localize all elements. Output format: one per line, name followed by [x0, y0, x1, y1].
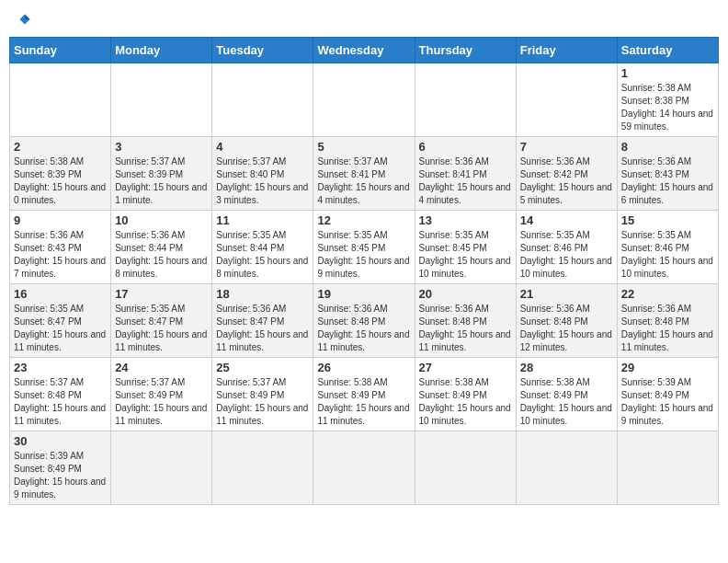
- day-number: 23: [14, 361, 107, 374]
- calendar-cell: 9Sunrise: 5:36 AM Sunset: 8:43 PM Daylig…: [10, 211, 111, 284]
- day-number: 24: [115, 361, 208, 374]
- calendar-cell: 16Sunrise: 5:35 AM Sunset: 8:47 PM Dayli…: [10, 284, 111, 358]
- calendar-cell: [415, 63, 516, 137]
- calendar-table: SundayMondayTuesdayWednesdayThursdayFrid…: [9, 37, 719, 505]
- day-info: Sunrise: 5:35 AM Sunset: 8:46 PM Dayligh…: [621, 229, 714, 281]
- day-number: 9: [14, 213, 107, 227]
- calendar-cell: 7Sunrise: 5:36 AM Sunset: 8:42 PM Daylig…: [516, 137, 617, 211]
- logo: [17, 13, 31, 26]
- day-info: Sunrise: 5:36 AM Sunset: 8:42 PM Dayligh…: [520, 155, 613, 207]
- calendar-cell: 5Sunrise: 5:37 AM Sunset: 8:41 PM Daylig…: [313, 137, 415, 211]
- day-number: 8: [621, 140, 714, 154]
- calendar-cell: 29Sunrise: 5:39 AM Sunset: 8:49 PM Dayli…: [617, 358, 718, 431]
- calendar-cell: 12Sunrise: 5:35 AM Sunset: 8:45 PM Dayli…: [313, 211, 415, 284]
- day-number: 3: [115, 140, 208, 154]
- day-number: 14: [520, 213, 613, 227]
- calendar-row: 9Sunrise: 5:36 AM Sunset: 8:43 PM Daylig…: [10, 211, 719, 284]
- day-number: 12: [317, 213, 410, 227]
- day-number: 10: [115, 213, 208, 227]
- calendar-cell: 15Sunrise: 5:35 AM Sunset: 8:46 PM Dayli…: [617, 211, 718, 284]
- day-info: Sunrise: 5:35 AM Sunset: 8:44 PM Dayligh…: [216, 229, 309, 281]
- calendar-row: 16Sunrise: 5:35 AM Sunset: 8:47 PM Dayli…: [10, 284, 719, 358]
- day-info: Sunrise: 5:35 AM Sunset: 8:45 PM Dayligh…: [419, 229, 512, 281]
- day-number: 20: [419, 287, 512, 301]
- calendar-row: 23Sunrise: 5:37 AM Sunset: 8:48 PM Dayli…: [10, 358, 719, 431]
- day-number: 4: [216, 140, 309, 154]
- calendar-cell: 28Sunrise: 5:38 AM Sunset: 8:49 PM Dayli…: [516, 358, 617, 431]
- calendar-cell: 8Sunrise: 5:36 AM Sunset: 8:43 PM Daylig…: [617, 137, 718, 211]
- day-number: 5: [317, 140, 410, 154]
- calendar-cell: [212, 431, 313, 505]
- day-info: Sunrise: 5:37 AM Sunset: 8:49 PM Dayligh…: [216, 376, 309, 428]
- weekday-header-thursday: Thursday: [415, 38, 516, 63]
- weekday-header-monday: Monday: [111, 38, 212, 63]
- day-info: Sunrise: 5:35 AM Sunset: 8:46 PM Dayligh…: [520, 229, 613, 281]
- calendar-cell: [212, 63, 313, 137]
- calendar-cell: 25Sunrise: 5:37 AM Sunset: 8:49 PM Dayli…: [212, 358, 313, 431]
- weekday-header-wednesday: Wednesday: [313, 38, 415, 63]
- day-number: 25: [216, 361, 309, 374]
- calendar-cell: 19Sunrise: 5:36 AM Sunset: 8:48 PM Dayli…: [313, 284, 415, 358]
- day-number: 21: [520, 287, 613, 301]
- calendar-row: 2Sunrise: 5:38 AM Sunset: 8:39 PM Daylig…: [10, 137, 719, 211]
- day-number: 15: [621, 213, 714, 227]
- calendar-cell: 3Sunrise: 5:37 AM Sunset: 8:39 PM Daylig…: [111, 137, 212, 211]
- day-info: Sunrise: 5:38 AM Sunset: 8:49 PM Dayligh…: [419, 376, 512, 428]
- calendar-row: 30Sunrise: 5:39 AM Sunset: 8:49 PM Dayli…: [10, 431, 719, 505]
- calendar-cell: [313, 63, 415, 137]
- calendar-cell: 14Sunrise: 5:35 AM Sunset: 8:46 PM Dayli…: [516, 211, 617, 284]
- day-info: Sunrise: 5:38 AM Sunset: 8:49 PM Dayligh…: [317, 376, 410, 428]
- day-info: Sunrise: 5:36 AM Sunset: 8:43 PM Dayligh…: [621, 155, 714, 207]
- day-number: 13: [419, 213, 512, 227]
- calendar-cell: 20Sunrise: 5:36 AM Sunset: 8:48 PM Dayli…: [415, 284, 516, 358]
- weekday-header-tuesday: Tuesday: [212, 38, 313, 63]
- calendar-cell: [415, 431, 516, 505]
- day-info: Sunrise: 5:37 AM Sunset: 8:41 PM Dayligh…: [317, 155, 410, 207]
- day-info: Sunrise: 5:36 AM Sunset: 8:41 PM Dayligh…: [419, 155, 512, 207]
- calendar-row: 1Sunrise: 5:38 AM Sunset: 8:38 PM Daylig…: [10, 63, 719, 137]
- calendar-cell: 30Sunrise: 5:39 AM Sunset: 8:49 PM Dayli…: [10, 431, 111, 505]
- day-info: Sunrise: 5:38 AM Sunset: 8:39 PM Dayligh…: [14, 155, 107, 207]
- day-info: Sunrise: 5:39 AM Sunset: 8:49 PM Dayligh…: [14, 450, 107, 501]
- day-number: 17: [115, 287, 208, 301]
- calendar-cell: [10, 63, 111, 137]
- day-info: Sunrise: 5:35 AM Sunset: 8:47 PM Dayligh…: [14, 303, 107, 354]
- day-number: 1: [621, 66, 714, 80]
- svg-marker-1: [25, 14, 30, 19]
- day-number: 26: [317, 361, 410, 374]
- calendar-cell: 1Sunrise: 5:38 AM Sunset: 8:38 PM Daylig…: [617, 63, 718, 137]
- day-number: 28: [520, 361, 613, 374]
- day-number: 2: [14, 140, 107, 154]
- calendar-cell: 24Sunrise: 5:37 AM Sunset: 8:49 PM Dayli…: [111, 358, 212, 431]
- calendar-cell: 23Sunrise: 5:37 AM Sunset: 8:48 PM Dayli…: [10, 358, 111, 431]
- day-info: Sunrise: 5:37 AM Sunset: 8:40 PM Dayligh…: [216, 155, 309, 207]
- day-info: Sunrise: 5:36 AM Sunset: 8:48 PM Dayligh…: [520, 303, 613, 354]
- calendar-cell: 17Sunrise: 5:35 AM Sunset: 8:47 PM Dayli…: [111, 284, 212, 358]
- day-number: 6: [419, 140, 512, 154]
- day-info: Sunrise: 5:38 AM Sunset: 8:38 PM Dayligh…: [621, 82, 714, 133]
- calendar-cell: 13Sunrise: 5:35 AM Sunset: 8:45 PM Dayli…: [415, 211, 516, 284]
- calendar-cell: 18Sunrise: 5:36 AM Sunset: 8:47 PM Dayli…: [212, 284, 313, 358]
- calendar-cell: 26Sunrise: 5:38 AM Sunset: 8:49 PM Dayli…: [313, 358, 415, 431]
- page-header: [9, 9, 719, 29]
- day-number: 16: [14, 287, 107, 301]
- day-number: 18: [216, 287, 309, 301]
- calendar-cell: 6Sunrise: 5:36 AM Sunset: 8:41 PM Daylig…: [415, 137, 516, 211]
- day-number: 7: [520, 140, 613, 154]
- calendar-cell: 22Sunrise: 5:36 AM Sunset: 8:48 PM Dayli…: [617, 284, 718, 358]
- day-number: 11: [216, 213, 309, 227]
- calendar-cell: 27Sunrise: 5:38 AM Sunset: 8:49 PM Dayli…: [415, 358, 516, 431]
- day-info: Sunrise: 5:39 AM Sunset: 8:49 PM Dayligh…: [621, 376, 714, 428]
- day-number: 19: [317, 287, 410, 301]
- day-info: Sunrise: 5:36 AM Sunset: 8:48 PM Dayligh…: [419, 303, 512, 354]
- day-info: Sunrise: 5:35 AM Sunset: 8:47 PM Dayligh…: [115, 303, 208, 354]
- weekday-header-row: SundayMondayTuesdayWednesdayThursdayFrid…: [10, 38, 719, 63]
- day-number: 22: [621, 287, 714, 301]
- calendar-cell: [111, 431, 212, 505]
- day-info: Sunrise: 5:38 AM Sunset: 8:49 PM Dayligh…: [520, 376, 613, 428]
- calendar-cell: [516, 431, 617, 505]
- calendar-cell: 4Sunrise: 5:37 AM Sunset: 8:40 PM Daylig…: [212, 137, 313, 211]
- calendar-cell: 2Sunrise: 5:38 AM Sunset: 8:39 PM Daylig…: [10, 137, 111, 211]
- calendar-cell: [617, 431, 718, 505]
- day-number: 27: [419, 361, 512, 374]
